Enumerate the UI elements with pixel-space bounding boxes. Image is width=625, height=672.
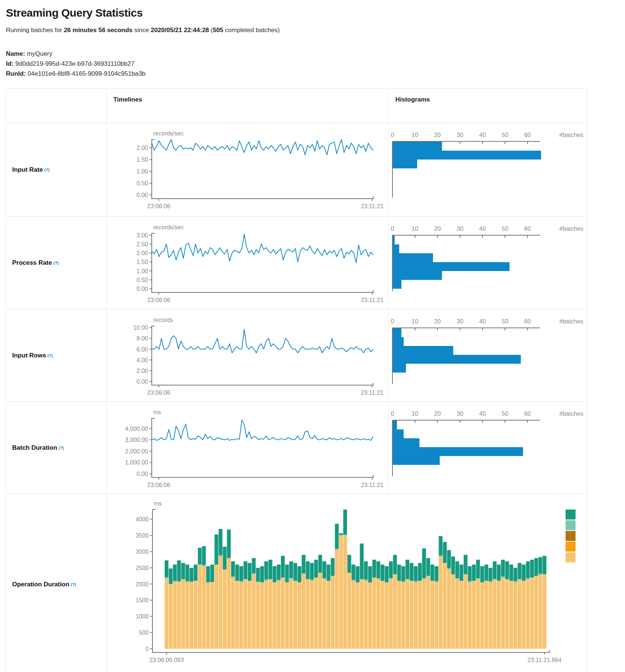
input-rows-timeline-cell: records10.008.006.004.002.000.0023:06:06…	[107, 309, 389, 402]
query-id-value: 9d0dd219-995d-423e-b97d-36931110bb27	[16, 60, 135, 67]
input-rate-label: Input Rate	[12, 166, 43, 174]
svg-text:6.00: 6.00	[137, 346, 148, 353]
svg-text:ms: ms	[154, 500, 162, 507]
svg-text:4,000.00: 4,000.00	[125, 426, 148, 432]
svg-text:60: 60	[524, 318, 531, 325]
query-runid-row: RunId: 04e101e6-8bf8-4165-9099-9104c951b…	[6, 69, 625, 79]
svg-text:3000: 3000	[135, 549, 149, 555]
svg-text:10.00: 10.00	[133, 325, 148, 331]
svg-text:#batches: #batches	[559, 318, 583, 325]
query-name-row: Name: myQuery	[6, 49, 625, 59]
start-datetime: 2020/05/21 22:44:28	[151, 27, 209, 34]
process-rate-histogram-chart: 0102030405060#batches	[389, 217, 586, 309]
row-label-operation-duration: Operation Duration(?)	[6, 494, 107, 672]
batch-duration-label: Batch Duration	[12, 444, 57, 452]
svg-text:2.50: 2.50	[137, 241, 148, 247]
subtitle-suffix: completed batches)	[225, 27, 280, 34]
svg-text:0: 0	[145, 646, 149, 652]
svg-text:20: 20	[434, 226, 441, 232]
running-batches-summary: Running batches for 26 minutes 56 second…	[6, 27, 625, 34]
input-rate-histogram-chart: 0102030405060#batches	[389, 123, 586, 216]
svg-text:0: 0	[391, 411, 394, 417]
query-id-row: Id: 9d0dd219-995d-423e-b97d-36931110bb27	[6, 59, 625, 69]
svg-text:500: 500	[139, 630, 149, 636]
query-meta: Name: myQuery Id: 9d0dd219-995d-423e-b97…	[6, 49, 625, 79]
svg-text:2.00: 2.00	[137, 250, 148, 256]
batch-duration-timeline-chart: ms4,000.003,000.002,000.001,000.000.0023…	[107, 402, 388, 493]
svg-text:1.50: 1.50	[137, 157, 148, 163]
svg-text:40: 40	[479, 318, 486, 325]
svg-text:records/sec: records/sec	[153, 224, 184, 230]
input-rows-timeline-chart: records10.008.006.004.002.000.0023:06:06…	[107, 309, 388, 401]
svg-text:23:06:06: 23:06:06	[147, 390, 170, 396]
batch-duration-help-icon[interactable]: (?)	[59, 446, 64, 450]
svg-text:1,000.00: 1,000.00	[125, 459, 148, 466]
header-empty-cell	[6, 89, 107, 123]
input-rate-histogram-cell: 0102030405060#batches	[389, 123, 587, 217]
svg-text:1000: 1000	[135, 613, 149, 620]
svg-text:1.00: 1.00	[137, 168, 148, 175]
svg-text:ms: ms	[153, 409, 161, 415]
svg-text:0: 0	[391, 132, 394, 138]
svg-text:23:11:21.864: 23:11:21.864	[528, 657, 562, 663]
svg-text:10: 10	[412, 226, 418, 232]
legend-swatch	[566, 542, 576, 552]
svg-text:0.00: 0.00	[137, 378, 148, 385]
svg-text:records: records	[153, 317, 173, 323]
input-rate-timeline-cell: records/sec2.001.501.000.500.0023:06:062…	[107, 123, 389, 217]
svg-text:20: 20	[434, 411, 441, 417]
row-label-input-rows: Input Rows(?)	[6, 309, 107, 402]
query-name-value: myQuery	[27, 50, 52, 57]
legend-swatch	[566, 552, 576, 562]
svg-text:3500: 3500	[135, 532, 149, 539]
completed-batch-count: 505	[213, 27, 223, 34]
svg-text:2,000.00: 2,000.00	[125, 448, 148, 455]
svg-text:30: 30	[457, 226, 463, 232]
id-label: Id:	[6, 60, 14, 67]
svg-text:3.00: 3.00	[137, 232, 148, 239]
svg-text:0.00: 0.00	[137, 192, 148, 198]
svg-text:0.00: 0.00	[137, 471, 148, 477]
svg-text:#batches: #batches	[559, 132, 583, 138]
batch-duration-histogram-chart: 0102030405060#batches	[389, 402, 586, 493]
svg-text:1500: 1500	[135, 597, 149, 603]
svg-text:23:06:06: 23:06:06	[147, 297, 170, 303]
input-rate-timeline-chart: records/sec2.001.501.000.500.0023:06:062…	[107, 123, 388, 216]
svg-text:0: 0	[391, 318, 394, 325]
svg-text:20: 20	[434, 318, 441, 325]
svg-text:23:06:06: 23:06:06	[147, 203, 170, 209]
svg-text:40: 40	[479, 226, 486, 232]
svg-text:30: 30	[457, 318, 463, 325]
svg-text:2500: 2500	[135, 565, 149, 571]
process-rate-help-icon[interactable]: (?)	[54, 261, 59, 265]
svg-text:23:06:06: 23:06:06	[147, 482, 170, 488]
runid-label: RunId:	[6, 70, 26, 77]
svg-text:23:06:06.093: 23:06:06.093	[149, 657, 184, 663]
streaming-query-statistics-page: Streaming Query Statistics Running batch…	[0, 0, 625, 672]
svg-text:0.50: 0.50	[137, 277, 148, 283]
svg-text:23:11:21: 23:11:21	[361, 390, 383, 396]
svg-text:50: 50	[502, 226, 508, 232]
input-rows-histogram-cell: 0102030405060#batches	[389, 309, 587, 402]
input-rate-help-icon[interactable]: (?)	[44, 168, 49, 172]
svg-text:23:11:21: 23:11:21	[361, 297, 383, 303]
svg-text:20: 20	[434, 132, 441, 138]
legend-swatch	[566, 520, 576, 530]
svg-text:23:11:21: 23:11:21	[361, 482, 383, 488]
operation-duration-chart-cell: ms4000350030002500200015001000500023:06:…	[107, 494, 587, 672]
svg-text:10: 10	[412, 411, 418, 417]
row-label-batch-duration: Batch Duration(?)	[6, 402, 107, 494]
svg-text:1.00: 1.00	[137, 268, 148, 274]
svg-text:30: 30	[457, 132, 463, 138]
svg-text:50: 50	[502, 318, 508, 325]
svg-text:3,000.00: 3,000.00	[125, 437, 148, 443]
row-label-process-rate: Process Rate(?)	[6, 217, 107, 309]
svg-text:4000: 4000	[135, 516, 149, 522]
svg-text:4.00: 4.00	[137, 357, 148, 363]
svg-text:40: 40	[479, 132, 486, 138]
input-rows-help-icon[interactable]: (?)	[48, 353, 53, 358]
process-rate-timeline-cell: records/sec3.002.502.001.501.000.500.002…	[107, 217, 389, 309]
operation-duration-help-icon[interactable]: (?)	[71, 582, 76, 587]
name-label: Name:	[6, 50, 25, 57]
svg-text:10: 10	[412, 318, 418, 325]
